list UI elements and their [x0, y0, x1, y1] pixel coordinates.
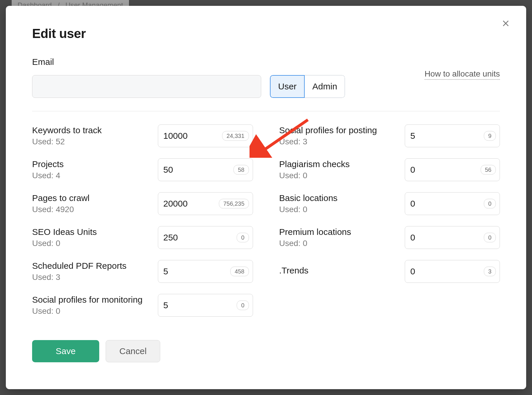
limit-used: Used: 52: [32, 137, 149, 146]
limit-pages-to-crawl: Pages to crawl Used: 4920 756,235: [32, 192, 253, 215]
limit-used: Used: 0: [279, 239, 396, 248]
limit-badge: 9: [484, 131, 496, 141]
limit-badge: 58: [233, 165, 249, 175]
limit-social-profiles-posting: Social profiles for posting Used: 3 9: [279, 124, 500, 147]
role-toggle: User Admin: [270, 75, 345, 98]
close-icon: [501, 19, 510, 28]
limit-used: Used: 3: [279, 137, 396, 146]
close-button[interactable]: [500, 18, 512, 29]
limit-used: Used: 0: [32, 306, 149, 316]
limit-basic-locations: Basic locations Used: 0 0: [279, 192, 500, 215]
limit-label: Scheduled PDF Reports: [32, 261, 149, 271]
limit-premium-locations: Premium locations Used: 0 0: [279, 226, 500, 249]
top-row: Email User Admin How to allocate units: [32, 57, 500, 111]
limit-used: Used: 3: [32, 273, 149, 282]
limit-used: Used: 0: [279, 205, 396, 214]
limit-badge: 0: [237, 301, 249, 310]
limit-seo-ideas-units: SEO Ideas Units Used: 0 0: [32, 226, 253, 249]
limit-badge: 0: [484, 233, 496, 242]
limit-label: Social profiles for posting: [279, 125, 396, 135]
limit-badge: 24,331: [222, 131, 249, 141]
limit-projects: Projects Used: 4 58: [32, 158, 253, 181]
limit-used: Used: 4920: [32, 205, 149, 214]
cancel-button[interactable]: Cancel: [106, 340, 160, 362]
limit-used: Used: 4: [32, 171, 149, 180]
limit-badge: 458: [230, 267, 249, 276]
limit-plagiarism-checks: Plagiarism checks Used: 0 56: [279, 158, 500, 181]
limit-label: Projects: [32, 159, 149, 169]
limit-used: Used: 0: [279, 171, 396, 180]
limit-trends: .Trends 3: [279, 260, 500, 283]
limit-badge: 756,235: [219, 199, 249, 209]
limit-keywords-to-track: Keywords to track Used: 52 24,331: [32, 124, 253, 147]
role-admin-button[interactable]: Admin: [305, 75, 345, 98]
limit-label: Premium locations: [279, 227, 396, 237]
limit-label: .Trends: [279, 266, 396, 276]
modal-actions: Save Cancel: [32, 340, 500, 362]
limit-badge: 3: [484, 267, 496, 276]
edit-user-modal: Edit user Email User Admin How to alloca…: [6, 6, 526, 389]
email-label: Email: [32, 57, 261, 67]
limit-label: Keywords to track: [32, 125, 149, 135]
limit-label: Basic locations: [279, 193, 396, 203]
limit-badge: 0: [484, 199, 496, 209]
role-user-button[interactable]: User: [270, 75, 305, 98]
limit-label: Plagiarism checks: [279, 159, 396, 169]
limit-badge: 56: [481, 165, 496, 175]
modal-title: Edit user: [32, 26, 500, 41]
save-button[interactable]: Save: [32, 340, 99, 362]
limit-scheduled-pdf-reports: Scheduled PDF Reports Used: 3 458: [32, 260, 253, 283]
email-input[interactable]: [32, 75, 261, 98]
limit-used: Used: 0: [32, 239, 149, 248]
limits-grid: Keywords to track Used: 52 24,331 Social…: [32, 124, 500, 317]
limit-label: SEO Ideas Units: [32, 227, 149, 237]
limit-badge: 0: [237, 233, 249, 242]
limit-label: Social profiles for monitoring: [32, 295, 149, 305]
limit-social-profiles-monitoring: Social profiles for monitoring Used: 0 0: [32, 294, 253, 317]
limit-label: Pages to crawl: [32, 193, 149, 203]
help-link[interactable]: How to allocate units: [425, 69, 500, 80]
